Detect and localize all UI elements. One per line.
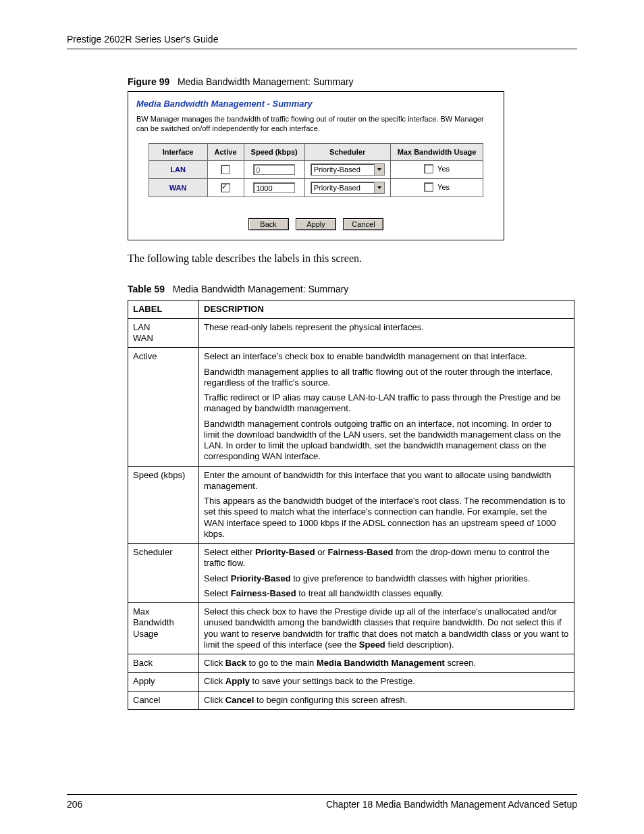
page-footer: 206 Chapter 18 Media Bandwidth Managemen… (67, 794, 577, 810)
table-row: LAN 0 Priority-Based (149, 160, 483, 178)
desc-label: Cancel (128, 691, 199, 709)
back-button[interactable]: Back (248, 218, 289, 230)
cell-scheduler: Priority-Based (304, 160, 390, 178)
cell-active (207, 160, 244, 178)
desc-row-back: Back Click Back to go to the main Media … (128, 654, 574, 673)
desc-row-active: Active Select an interface's check box t… (128, 348, 574, 466)
cancel-button[interactable]: Cancel (343, 218, 383, 230)
desc-text: Enter the amount of bandwidth for this i… (199, 466, 574, 544)
figure-label: Figure 99 (128, 76, 169, 87)
active-checkbox-lan[interactable] (221, 165, 230, 174)
max-bw-label: Yes (437, 183, 450, 191)
body-paragraph: The following table describes the labels… (128, 253, 577, 265)
cell-max: Yes (390, 160, 483, 178)
page-number: 206 (67, 799, 82, 810)
chapter-title: Chapter 18 Media Bandwidth Management Ad… (326, 799, 577, 810)
col-description: DESCRIPTION (199, 300, 574, 318)
scheduler-value: Priority-Based (311, 184, 374, 192)
cell-speed: 0 (244, 160, 304, 178)
desc-label: Speed (kbps) (128, 466, 199, 544)
cell-active (207, 178, 244, 197)
figure-caption-text: Media Bandwidth Management: Summary (178, 76, 354, 87)
desc-table-header: LABEL DESCRIPTION (128, 300, 574, 318)
desc-row-cancel: Cancel Click Cancel to begin configuring… (128, 691, 574, 709)
row-interface-label: LAN (149, 160, 207, 178)
col-speed: Speed (kbps) (244, 143, 304, 160)
max-bw-checkbox-wan[interactable] (424, 182, 433, 192)
max-bw-checkbox-lan[interactable] (424, 164, 433, 174)
chevron-down-icon (374, 182, 384, 193)
desc-row-apply: Apply Click Apply to save your settings … (128, 673, 574, 691)
desc-text: Click Back to go to the main Media Bandw… (199, 654, 574, 673)
desc-label: Max Bandwidth Usage (128, 603, 199, 654)
col-active: Active (207, 143, 244, 160)
desc-text: Select an interface's check box to enabl… (199, 348, 574, 466)
scheduler-select-lan[interactable]: Priority-Based (311, 163, 385, 176)
desc-label: Apply (128, 673, 199, 691)
table-header-row: Interface Active Speed (kbps) Scheduler … (149, 143, 483, 160)
desc-row-max: Max Bandwidth Usage Select this check bo… (128, 603, 574, 654)
cell-max: Yes (390, 178, 483, 197)
desc-row-scheduler: Scheduler Select either Priority-Based o… (128, 544, 574, 603)
chevron-down-icon (374, 164, 384, 175)
bandwidth-table: Interface Active Speed (kbps) Scheduler … (149, 143, 484, 197)
panel-title: Media Bandwidth Management - Summary (136, 99, 495, 109)
panel-intro: BW Manager manages the bandwidth of traf… (136, 114, 495, 134)
desc-text: Click Cancel to begin configuring this s… (199, 691, 574, 709)
desc-text: These read-only labels represent the phy… (199, 318, 574, 348)
screenshot-panel: Media Bandwidth Management - Summary BW … (128, 91, 504, 240)
table-caption-text: Media Bandwidth Management: Summary (173, 284, 349, 294)
desc-text: Click Apply to save your settings back t… (199, 673, 574, 691)
col-interface: Interface (149, 143, 207, 160)
desc-row-lan-wan: LAN WAN These read-only labels represent… (128, 318, 574, 348)
desc-label: LAN WAN (128, 318, 199, 348)
desc-text: Select this check box to have the Presti… (199, 603, 574, 654)
active-checkbox-wan[interactable] (221, 183, 230, 192)
col-label: LABEL (128, 300, 199, 318)
row-interface-label: WAN (149, 178, 207, 197)
col-max-bandwidth: Max Bandwidth Usage (390, 143, 483, 160)
page: Prestige 2602R Series User's Guide Figur… (0, 0, 644, 834)
desc-label: Back (128, 654, 199, 673)
desc-label: Active (128, 348, 199, 466)
desc-text: Select either Priority-Based or Fairness… (199, 544, 574, 603)
speed-input-wan[interactable]: 1000 (253, 182, 295, 193)
table-caption: Table 59 Media Bandwidth Management: Sum… (128, 284, 577, 294)
col-scheduler: Scheduler (304, 143, 390, 160)
apply-button[interactable]: Apply (296, 218, 336, 230)
max-bw-label: Yes (437, 165, 450, 173)
scheduler-select-wan[interactable]: Priority-Based (311, 182, 385, 194)
description-table: LABEL DESCRIPTION LAN WAN These read-onl… (128, 300, 574, 710)
speed-input-lan[interactable]: 0 (253, 164, 295, 175)
running-header: Prestige 2602R Series User's Guide (67, 34, 577, 49)
scheduler-value: Priority-Based (311, 165, 374, 174)
cell-scheduler: Priority-Based (304, 178, 390, 197)
table-row: WAN 1000 Priority-Based (149, 178, 483, 197)
figure-caption: Figure 99 Media Bandwidth Management: Su… (128, 76, 577, 87)
button-row: Back Apply Cancel (136, 217, 495, 230)
desc-row-speed: Speed (kbps) Enter the amount of bandwid… (128, 466, 574, 544)
table-label: Table 59 (128, 284, 165, 294)
desc-label: Scheduler (128, 544, 199, 603)
cell-speed: 1000 (244, 178, 304, 197)
